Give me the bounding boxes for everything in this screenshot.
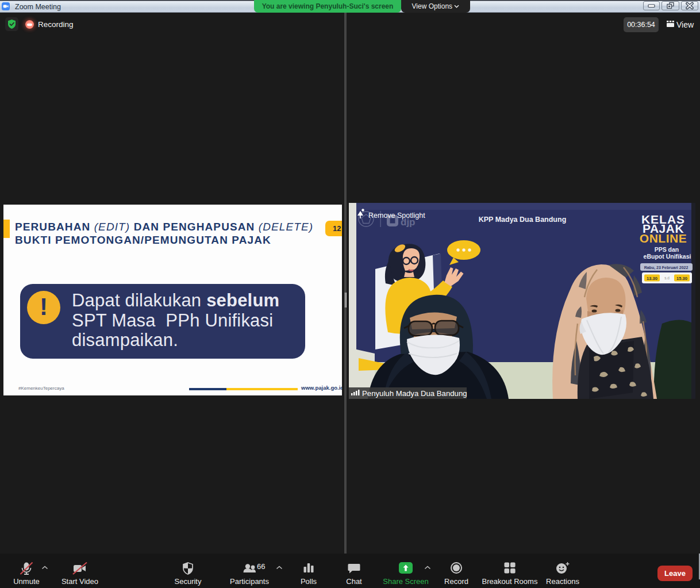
svg-text:15.30: 15.30: [676, 276, 687, 281]
svg-text:PPS dan: PPS dan: [655, 246, 679, 253]
svg-text:ONLINE: ONLINE: [640, 232, 687, 245]
svg-text:eBupot Unifikasi: eBupot Unifikasi: [644, 253, 691, 260]
svg-text:KPP Madya Dua Bandung: KPP Madya Dua Bandung: [479, 216, 567, 224]
svg-text:Rabu, 23 Februari 2022: Rabu, 23 Februari 2022: [644, 266, 689, 270]
svg-text:Penyuluh Madya Dua Bandung: Penyuluh Madya Dua Bandung: [362, 389, 467, 398]
svg-text:Remove Spotlight: Remove Spotlight: [368, 212, 425, 220]
svg-text:s.d: s.d: [664, 276, 670, 280]
svg-text:13.30: 13.30: [647, 276, 657, 281]
